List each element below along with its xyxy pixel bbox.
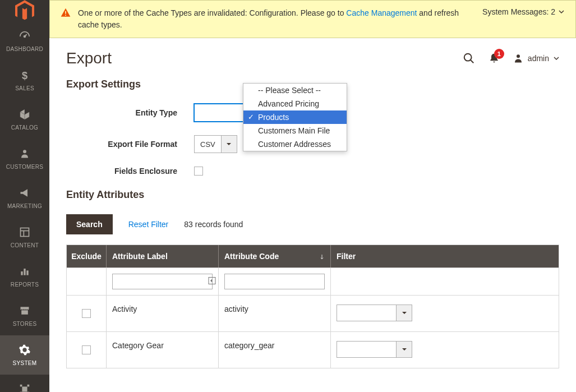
col-exclude[interactable]: Exclude xyxy=(67,245,106,268)
svg-text:$: $ xyxy=(22,70,27,81)
chevron-down-icon xyxy=(396,342,412,357)
nav-system[interactable]: SYSTEM xyxy=(0,335,49,375)
nav-catalog[interactable]: CATALOG xyxy=(0,100,49,139)
box-icon xyxy=(19,108,31,121)
svg-point-18 xyxy=(517,54,520,58)
exclude-cell xyxy=(67,296,106,331)
nav-label: CATALOG xyxy=(11,124,38,131)
exclude-cell xyxy=(67,332,106,368)
nav-reports[interactable]: REPORTS xyxy=(0,257,49,296)
nav-label: SYSTEM xyxy=(13,360,37,367)
datalist-icon xyxy=(208,277,216,287)
layout-icon xyxy=(19,225,30,239)
svg-point-2 xyxy=(23,150,26,153)
dropdown-option[interactable]: Advanced Pricing xyxy=(243,97,347,110)
file-format-select[interactable]: CSV xyxy=(194,135,237,153)
dropdown-option[interactable]: -- Please Select -- xyxy=(243,84,347,97)
entity-attributes-section: Entity Attributes xyxy=(49,189,576,201)
main-content: One or more of the Cache Types are inval… xyxy=(49,0,576,392)
section-heading: Entity Attributes xyxy=(66,189,559,201)
global-search-button[interactable] xyxy=(463,52,475,64)
account-menu[interactable]: admin xyxy=(513,53,559,64)
page-header: Export 1 admin xyxy=(49,49,576,79)
col-attribute-code[interactable]: Attribute Code xyxy=(218,245,330,268)
admin-sidebar: DASHBOARD $ SALES CATALOG CUSTOMERS MARK… xyxy=(0,0,49,392)
svg-rect-3 xyxy=(21,228,29,237)
filter-code-cell xyxy=(218,268,330,295)
entity-type-dropdown: -- Please Select -- Advanced Pricing Pro… xyxy=(243,83,347,151)
fields-enclosure-checkbox[interactable] xyxy=(194,167,203,176)
filter-select[interactable] xyxy=(337,305,412,321)
reset-filter-link[interactable]: Reset Filter xyxy=(128,220,169,229)
nav-label: DASHBOARD xyxy=(6,46,43,53)
fields-enclosure-row: Fields Enclosure xyxy=(66,167,559,176)
attribute-code-filter-input[interactable] xyxy=(224,274,325,289)
nav-partners[interactable]: FIND PARTNERS & EXTENSIONS xyxy=(0,375,49,392)
magento-logo[interactable] xyxy=(0,0,49,21)
megaphone-icon xyxy=(19,186,31,200)
filter-toolbar: Search Reset Filter 83 records found xyxy=(49,214,576,234)
chevron-down-icon xyxy=(396,305,412,321)
msg-prefix: One or more of the Cache Types are inval… xyxy=(78,8,346,17)
nav-stores[interactable]: STORES xyxy=(0,296,49,335)
filter-select[interactable] xyxy=(337,341,412,358)
table-row: Category Gear category_gear xyxy=(67,332,559,368)
person-icon xyxy=(20,147,30,160)
chevron-down-icon xyxy=(554,56,559,61)
nav-label: CONTENT xyxy=(11,242,39,249)
records-count: 83 records found xyxy=(184,220,243,229)
svg-point-16 xyxy=(464,54,472,61)
svg-rect-8 xyxy=(26,270,28,275)
page-title: Export xyxy=(66,49,112,67)
select-value: CSV xyxy=(195,140,221,149)
exclude-checkbox[interactable] xyxy=(82,345,91,354)
system-message-bar: One or more of the Cache Types are inval… xyxy=(49,0,576,38)
select-value xyxy=(337,342,396,357)
filter-filter-cell xyxy=(330,268,559,295)
grid-filter-row xyxy=(67,268,559,296)
file-format-label: Export File Format xyxy=(66,140,194,149)
filter-cell xyxy=(330,332,559,368)
code-cell: activity xyxy=(218,296,330,331)
dashboard-icon xyxy=(19,29,31,43)
header-tools: 1 admin xyxy=(463,52,559,64)
cache-management-link[interactable]: Cache Management xyxy=(346,8,417,17)
gear-icon xyxy=(19,343,31,357)
sys-msg-label: System Messages: 2 xyxy=(482,7,555,16)
nav-label: MARKETING xyxy=(7,203,42,210)
notification-badge: 1 xyxy=(494,49,504,59)
svg-rect-7 xyxy=(24,269,25,275)
dollar-icon: $ xyxy=(19,68,30,82)
nav-dashboard[interactable]: DASHBOARD xyxy=(0,21,49,61)
message-text: One or more of the Cache Types are inval… xyxy=(78,7,482,31)
col-label: Attribute Code xyxy=(224,252,279,261)
dropdown-option[interactable]: Customers Main File xyxy=(243,124,347,137)
filter-exclude-cell xyxy=(67,268,106,295)
nav-marketing[interactable]: MARKETING xyxy=(0,178,49,218)
user-icon xyxy=(513,53,523,64)
notifications-button[interactable]: 1 xyxy=(489,52,500,64)
col-filter[interactable]: Filter xyxy=(330,245,559,268)
svg-rect-9 xyxy=(22,386,27,391)
search-icon xyxy=(463,52,475,64)
store-icon xyxy=(19,304,31,317)
nav-sales[interactable]: $ SALES xyxy=(0,61,49,100)
sort-down-icon xyxy=(319,253,325,262)
partners-icon xyxy=(19,382,31,392)
nav-customers[interactable]: CUSTOMERS xyxy=(0,139,49,178)
chart-icon xyxy=(19,265,30,278)
warning-icon xyxy=(60,7,71,20)
dropdown-option[interactable]: Customer Addresses xyxy=(243,137,347,151)
col-attribute-label[interactable]: Attribute Label xyxy=(106,245,218,268)
filter-label-cell xyxy=(106,268,218,295)
dropdown-option[interactable]: Products xyxy=(243,110,347,124)
fields-enclosure-label: Fields Enclosure xyxy=(66,167,194,176)
chevron-down-icon xyxy=(559,9,564,15)
attribute-label-filter-input[interactable] xyxy=(112,274,213,289)
system-messages-toggle[interactable]: System Messages: 2 xyxy=(482,7,564,16)
exclude-checkbox[interactable] xyxy=(82,309,91,318)
nav-content[interactable]: CONTENT xyxy=(0,218,49,257)
search-button[interactable]: Search xyxy=(66,214,113,234)
username-label: admin xyxy=(528,54,549,63)
nav-label: STORES xyxy=(13,321,37,328)
